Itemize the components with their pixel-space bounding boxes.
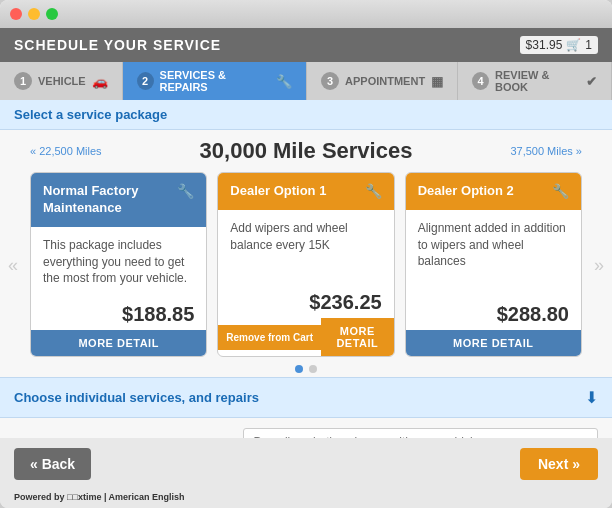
card-3-description: Alignment added in addition to wipers an… — [418, 221, 566, 269]
title-bar — [0, 0, 612, 28]
step-review[interactable]: 4 REVIEW & BOOK ✔ — [458, 62, 612, 100]
not-sure-section: Not sure what your vehicle needs? — [0, 418, 612, 438]
prev-miles-label: 22,500 Miles — [39, 145, 101, 157]
powered-language: American English — [109, 492, 185, 502]
powered-text: Powered by — [14, 492, 67, 502]
card-3-detail-btn[interactable]: MORE DETAIL — [406, 330, 581, 356]
card-2-wrench-icon: 🔧 — [365, 183, 382, 199]
individual-expand-icon: ⬇ — [585, 388, 598, 407]
step-1-num: 1 — [14, 72, 32, 90]
step-vehicle[interactable]: 1 VEHICLE 🚗 — [0, 62, 123, 100]
powered-by-bar: Powered by □□xtime | American English — [0, 490, 612, 508]
card-2-description: Add wipers and wheel balance every 15K — [230, 221, 347, 252]
card-1-header: Normal Factory Maintenance 🔧 — [31, 173, 206, 227]
individual-services-label: Choose individual services, and repairs — [14, 390, 259, 405]
card-1-wrench-icon: 🔧 — [177, 183, 194, 199]
card-2-price: $236.25 — [218, 285, 393, 318]
powered-brand: □□xtime — [67, 492, 101, 502]
step-2-num: 2 — [137, 72, 154, 90]
step-3-label: APPOINTMENT — [345, 75, 425, 87]
prev-miles-btn[interactable]: « 22,500 Miles — [30, 145, 102, 157]
card-1-detail-btn[interactable]: MORE DETAIL — [31, 330, 206, 356]
review-icon: ✔ — [586, 74, 597, 89]
vehicle-description-input[interactable] — [243, 428, 598, 438]
card-normal-factory: Normal Factory Maintenance 🔧 This packag… — [30, 172, 207, 357]
dot-1[interactable] — [295, 365, 303, 373]
card-3-body: Alignment added in addition to wipers an… — [406, 210, 581, 297]
cards-container: « Normal Factory Maintenance 🔧 This pack… — [0, 172, 612, 357]
traffic-lights — [10, 8, 58, 20]
card-1-title: Normal Factory Maintenance — [43, 183, 177, 217]
next-button[interactable]: Next » — [520, 448, 598, 480]
step-3-num: 3 — [321, 72, 339, 90]
card-2-header: Dealer Option 1 🔧 — [218, 173, 393, 210]
step-4-label: REVIEW & BOOK — [495, 69, 580, 93]
cards-right-arrow[interactable]: » — [594, 254, 604, 275]
package-header-label: Select a service package — [14, 107, 167, 122]
carousel-dots — [0, 357, 612, 377]
card-3-header: Dealer Option 2 🔧 — [406, 173, 581, 210]
step-4-num: 4 — [472, 72, 489, 90]
maximize-button[interactable] — [46, 8, 58, 20]
card-3-price: $288.80 — [406, 297, 581, 330]
footer-bar: « Back Next » — [0, 438, 612, 490]
next-miles-label: 37,500 Miles — [510, 145, 572, 157]
main-content: Select a service package « 22,500 Miles … — [0, 100, 612, 438]
card-2-detail-btn[interactable]: MORE DETAIL — [321, 318, 394, 356]
cart-count: 1 — [585, 38, 592, 52]
back-button[interactable]: « Back — [14, 448, 91, 480]
minimize-button[interactable] — [28, 8, 40, 20]
cart-price: $31.95 — [526, 38, 563, 52]
step-2-label: SERVICES & REPAIRS — [160, 69, 270, 93]
powered-separator: | — [101, 492, 108, 502]
card-3-footer: MORE DETAIL — [406, 330, 581, 356]
next-miles-btn[interactable]: 37,500 Miles » — [510, 145, 582, 157]
vehicle-icon: 🚗 — [92, 74, 108, 89]
package-header: Select a service package — [0, 100, 612, 130]
card-2-body: Add wipers and wheel balance every 15K — [218, 210, 393, 285]
appointment-icon: ▦ — [431, 74, 443, 89]
card-1-body: This package includes everything you nee… — [31, 227, 206, 297]
card-1-description: This package includes everything you nee… — [43, 238, 187, 286]
close-button[interactable] — [10, 8, 22, 20]
mileage-nav: « 22,500 Miles 30,000 Mile Services 37,5… — [0, 130, 612, 172]
card-dealer-1: Dealer Option 1 🔧 Add wipers and wheel b… — [217, 172, 394, 357]
app-title: SCHEDULE YOUR SERVICE — [14, 37, 221, 53]
cart-badge[interactable]: $31.95 🛒 1 — [520, 36, 598, 54]
footer-wrapper: « Back Next » Powered by □□xtime | Ameri… — [0, 438, 612, 508]
card-3-title: Dealer Option 2 — [418, 183, 514, 200]
step-1-label: VEHICLE — [38, 75, 86, 87]
services-icon: 🔧 — [276, 74, 292, 89]
header-right: $31.95 🛒 1 — [520, 36, 598, 54]
individual-services-section[interactable]: Choose individual services, and repairs … — [0, 377, 612, 418]
cart-icon: 🛒 — [566, 38, 581, 52]
step-services[interactable]: 2 SERVICES & REPAIRS 🔧 — [123, 62, 307, 100]
card-1-price: $188.85 — [31, 297, 206, 330]
app-header: SCHEDULE YOUR SERVICE $31.95 🛒 1 — [0, 28, 612, 62]
cards-left-arrow[interactable]: « — [8, 254, 18, 275]
steps-bar: 1 VEHICLE 🚗 2 SERVICES & REPAIRS 🔧 3 APP… — [0, 62, 612, 100]
dot-2[interactable] — [309, 365, 317, 373]
step-appointment[interactable]: 3 APPOINTMENT ▦ — [307, 62, 458, 100]
main-window: SCHEDULE YOUR SERVICE $31.95 🛒 1 1 VEHIC… — [0, 0, 612, 508]
card-2-title: Dealer Option 1 — [230, 183, 326, 200]
card-3-wrench-icon: 🔧 — [552, 183, 569, 199]
card-2-footer: Remove from Cart MORE DETAIL — [218, 318, 393, 356]
current-miles-title: 30,000 Mile Services — [200, 138, 413, 164]
card-dealer-2: Dealer Option 2 🔧 Alignment added in add… — [405, 172, 582, 357]
card-2-remove-btn[interactable]: Remove from Cart — [218, 325, 321, 350]
card-1-footer: MORE DETAIL — [31, 330, 206, 356]
